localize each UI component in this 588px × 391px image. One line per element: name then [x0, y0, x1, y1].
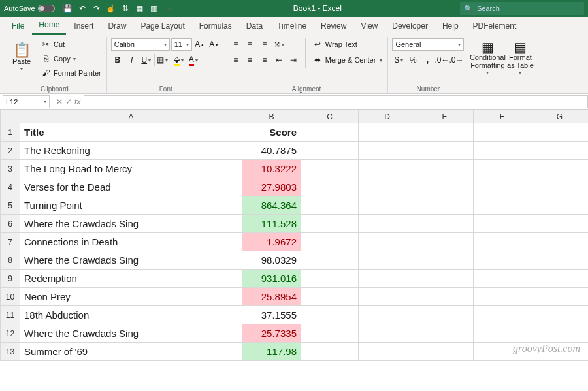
fill-color-button[interactable]: ⬙	[172, 54, 186, 67]
row-header[interactable]: 8	[1, 251, 20, 270]
border-button[interactable]: ▦	[156, 54, 169, 67]
cell[interactable]	[359, 142, 416, 160]
table-row[interactable]: 13Summer of '69117.98	[1, 343, 589, 361]
spreadsheet-grid[interactable]: A B C D E F G 1TitleScore2The Reckoning4…	[0, 110, 588, 361]
col-header[interactable]: F	[474, 110, 531, 123]
cell[interactable]	[531, 324, 589, 343]
row-header[interactable]: 13	[1, 343, 20, 361]
col-header[interactable]: A	[20, 110, 242, 123]
cell[interactable]	[474, 306, 531, 324]
cell[interactable]	[301, 178, 359, 196]
tab-review[interactable]: Review	[314, 18, 353, 35]
cell[interactable]: Score	[242, 123, 301, 142]
cell[interactable]	[531, 215, 589, 233]
tab-draw[interactable]: Draw	[101, 18, 133, 35]
col-header[interactable]: E	[416, 110, 474, 123]
cell[interactable]: 37.1555	[242, 306, 301, 324]
cell[interactable]: 864.364	[242, 196, 301, 215]
table-row[interactable]: 6Where the Crawdads Sing111.528	[1, 215, 589, 233]
cell[interactable]	[359, 306, 416, 324]
tab-insert[interactable]: Insert	[67, 18, 100, 35]
col-header[interactable]: C	[301, 110, 359, 123]
row-header[interactable]: 7	[1, 233, 20, 251]
cancel-icon[interactable]: ✕	[56, 97, 63, 106]
cell[interactable]	[531, 251, 589, 270]
table-row[interactable]: 3The Long Road to Mercy10.3222	[1, 160, 589, 178]
pivot-icon[interactable]: ▥	[148, 2, 161, 15]
cell[interactable]: Neon Prey	[20, 288, 242, 306]
table-row[interactable]: 1118th Abduction37.1555	[1, 306, 589, 324]
cell[interactable]	[531, 178, 589, 196]
row-header[interactable]: 3	[1, 160, 20, 178]
cell[interactable]: 98.0329	[242, 251, 301, 270]
cell[interactable]	[359, 251, 416, 270]
table-row[interactable]: 5Turning Point864.364	[1, 196, 589, 215]
decrease-indent-icon[interactable]: ⇤	[272, 54, 286, 67]
tab-timeline[interactable]: Timeline	[270, 18, 313, 35]
cell[interactable]	[474, 160, 531, 178]
cell[interactable]	[416, 142, 474, 160]
wrap-text-button[interactable]: ↩Wrap Text	[311, 38, 384, 51]
cell[interactable]	[301, 324, 359, 343]
comma-button[interactable]: ,	[421, 54, 434, 67]
format-painter-button[interactable]: 🖌Format Painter	[39, 67, 103, 80]
tab-page-layout[interactable]: Page Layout	[134, 18, 191, 35]
cell[interactable]: 10.3222	[242, 160, 301, 178]
font-color-button[interactable]: A	[187, 54, 200, 67]
row-header[interactable]: 11	[1, 306, 20, 324]
tab-data[interactable]: Data	[240, 18, 269, 35]
paste-button[interactable]: 📋 Paste ▾	[7, 38, 37, 80]
cell[interactable]: 25.8954	[242, 288, 301, 306]
merge-center-button[interactable]: ⬌Merge & Center	[311, 54, 384, 67]
cell[interactable]: The Reckoning	[20, 142, 242, 160]
cell[interactable]	[474, 270, 531, 288]
cell[interactable]	[359, 196, 416, 215]
cell[interactable]: 117.98	[242, 343, 301, 361]
cell[interactable]	[416, 233, 474, 251]
cell[interactable]: Turning Point	[20, 196, 242, 215]
align-right-icon[interactable]: ≡	[258, 54, 271, 67]
cell[interactable]: 40.7875	[242, 142, 301, 160]
cell[interactable]	[531, 306, 589, 324]
row-header[interactable]: 4	[1, 178, 20, 196]
cell[interactable]	[531, 270, 589, 288]
conditional-formatting-button[interactable]: ▦ Conditional Formatting▾	[472, 38, 502, 80]
cell[interactable]	[531, 343, 589, 361]
cell[interactable]	[531, 196, 589, 215]
redo-icon[interactable]: ↷	[90, 2, 103, 15]
cell[interactable]	[301, 233, 359, 251]
currency-button[interactable]: $	[392, 54, 405, 67]
cell[interactable]	[474, 343, 531, 361]
align-left-icon[interactable]: ≡	[229, 54, 242, 67]
cell[interactable]	[416, 270, 474, 288]
decrease-decimal-icon[interactable]: .0→	[449, 54, 463, 67]
cell[interactable]: Redemption	[20, 270, 242, 288]
table-row[interactable]: 12Where the Crawdads Sing25.7335	[1, 324, 589, 343]
cell[interactable]	[416, 178, 474, 196]
cell[interactable]	[359, 178, 416, 196]
cell[interactable]	[359, 288, 416, 306]
save-icon[interactable]: 💾	[61, 2, 74, 15]
cell[interactable]: Where the Crawdads Sing	[20, 215, 242, 233]
cell[interactable]	[474, 196, 531, 215]
cell[interactable]	[359, 270, 416, 288]
cell[interactable]	[531, 160, 589, 178]
cell[interactable]	[359, 160, 416, 178]
copy-button[interactable]: ⎘Copy▾	[39, 52, 103, 65]
cell[interactable]	[474, 251, 531, 270]
cell[interactable]	[416, 196, 474, 215]
touch-mode-icon[interactable]: ☝	[105, 2, 118, 15]
table-row[interactable]: 2The Reckoning40.7875	[1, 142, 589, 160]
cell[interactable]	[416, 160, 474, 178]
cell[interactable]	[301, 196, 359, 215]
cell[interactable]	[301, 215, 359, 233]
align-middle-icon[interactable]: ≡	[244, 38, 257, 51]
col-header[interactable]: G	[531, 110, 589, 123]
increase-decimal-icon[interactable]: .0←	[435, 54, 448, 67]
row-header[interactable]: 12	[1, 324, 20, 343]
table-row[interactable]: 10Neon Prey25.8954	[1, 288, 589, 306]
cut-button[interactable]: ✂Cut	[39, 38, 103, 51]
cell[interactable]	[301, 288, 359, 306]
cell[interactable]	[416, 215, 474, 233]
cell[interactable]	[474, 288, 531, 306]
